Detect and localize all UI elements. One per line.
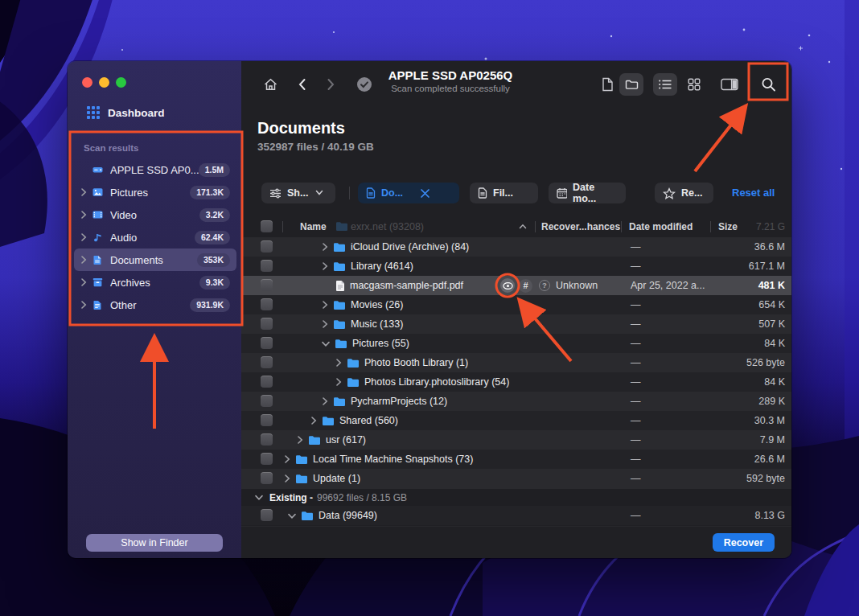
list-view-button[interactable] [653, 73, 677, 96]
table-row[interactable]: Library (4614) — 617.1 M [241, 257, 791, 276]
sidebar-item-label: APPLE SSD AP0... [110, 164, 199, 176]
column-header-date-modified[interactable]: Date modified [629, 221, 693, 232]
chevron-down-icon[interactable] [288, 512, 296, 519]
row-checkbox[interactable] [261, 414, 273, 426]
chevron-right-icon[interactable] [284, 455, 290, 463]
row-checkbox[interactable] [261, 472, 273, 484]
chevron-right-icon[interactable] [310, 417, 317, 425]
table-row[interactable]: iCloud Drive (Archive) (84) — 36.6 M [241, 237, 791, 257]
row-date: — [631, 392, 641, 411]
row-checkbox[interactable] [261, 433, 273, 446]
scan-results-label: Scan results [84, 143, 138, 153]
sidebar-item-other[interactable]: Other 931.9K [74, 294, 236, 316]
row-checkbox[interactable] [261, 395, 273, 407]
zoom-window-button[interactable] [116, 77, 126, 88]
chevron-down-icon[interactable] [255, 494, 263, 501]
forward-button[interactable] [327, 78, 335, 91]
filter-chip-recovery[interactable]: Re... [655, 183, 713, 203]
chevron-right-icon[interactable] [80, 301, 87, 309]
chevron-right-icon[interactable] [322, 301, 328, 309]
table-row[interactable]: Music (133) — 507 K [241, 314, 791, 334]
chevron-right-icon[interactable] [80, 188, 87, 196]
folder-icon [335, 339, 347, 349]
sidebar-item-audio[interactable]: Audio 62.4K [74, 226, 236, 248]
row-checkbox[interactable] [261, 509, 273, 521]
grid-view-button[interactable] [688, 78, 701, 91]
chevron-right-icon[interactable] [335, 359, 342, 367]
chevron-right-icon[interactable] [80, 211, 87, 219]
file-table: iCloud Drive (Archive) (84) — 36.6 M Lib… [241, 237, 791, 525]
back-button[interactable] [298, 78, 306, 91]
sort-asc-icon[interactable] [519, 224, 527, 229]
sidebar-item-video[interactable]: Video 3.2K [74, 203, 236, 226]
table-row[interactable]: Local Time Machine Snapshots (73) — 26.6… [241, 450, 791, 469]
table-row[interactable]: Pictures (55) — 84 K [241, 334, 791, 353]
close-window-button[interactable] [82, 77, 92, 88]
row-checkbox[interactable] [261, 356, 273, 368]
row-size: 507 K [758, 314, 785, 334]
count-badge: 353K [197, 253, 230, 267]
table-row[interactable]: Shared (560) — 30.3 M [241, 411, 791, 430]
row-checkbox[interactable] [261, 260, 273, 272]
table-row[interactable]: Update (1) — 592 byte [241, 469, 791, 488]
table-row-selected[interactable]: macgasm-sample-pdf.pdf # ? Unknown Apr 2… [241, 276, 791, 295]
sidebar-item-device[interactable]: APPLE SSD AP0... 1.5M [74, 158, 236, 181]
column-header-size[interactable]: Size [718, 221, 738, 232]
sidebar-item-label: Video [110, 209, 199, 221]
table-row[interactable]: Photo Booth Library (1) — 526 byte [241, 353, 791, 372]
filter-chip-files[interactable]: Fil... [470, 183, 538, 203]
table-row[interactable]: PycharmProjects (12) — 289 K [241, 392, 791, 411]
sidebar-item-archives[interactable]: Archives 9.3K [74, 271, 236, 294]
preview-eye-icon[interactable] [500, 278, 515, 293]
chevron-down-icon[interactable] [322, 340, 330, 347]
chevron-right-icon[interactable] [284, 474, 290, 483]
row-checkbox[interactable] [261, 279, 273, 291]
row-checkbox[interactable] [261, 298, 273, 310]
filter-chip-date-modified[interactable]: Date mo... [549, 183, 626, 203]
reset-all-button[interactable]: Reset all [732, 187, 775, 199]
chevron-right-icon[interactable] [335, 378, 342, 386]
table-row[interactable]: Data (99649) — 8.13 G [241, 506, 791, 525]
chevron-right-icon[interactable] [322, 320, 328, 328]
minimize-window-button[interactable] [99, 77, 109, 88]
dashboard-label: Dashboard [108, 107, 165, 119]
folder-view-button[interactable] [619, 73, 643, 96]
recover-button[interactable]: Recover [713, 533, 775, 552]
chevron-right-icon[interactable] [80, 278, 87, 286]
table-row[interactable]: Photos Library.photoslibrary (54) — 84 K [241, 372, 791, 392]
row-checkbox[interactable] [261, 318, 273, 330]
documents-icon [92, 255, 103, 265]
new-file-icon[interactable] [602, 77, 614, 92]
preview-panel-button[interactable] [721, 78, 738, 91]
chevron-right-icon[interactable] [80, 233, 87, 241]
row-size: 36.6 M [754, 237, 785, 257]
filter-chip-show[interactable]: Sh... [261, 183, 335, 203]
select-all-checkbox[interactable] [261, 220, 273, 232]
section-row-existing[interactable]: Existing - 99692 files / 8.15 GB [241, 488, 791, 506]
row-name: macgasm-sample-pdf.pdf [350, 280, 463, 291]
sidebar-item-dashboard[interactable]: Dashboard [87, 106, 165, 119]
search-icon[interactable] [761, 77, 776, 92]
show-in-finder-button[interactable]: Show in Finder [86, 534, 223, 552]
chevron-right-icon[interactable] [80, 256, 87, 264]
row-checkbox[interactable] [261, 453, 273, 465]
row-size: 481 K [758, 276, 785, 295]
column-header-recovery-chances[interactable]: Recover...hances [541, 221, 620, 232]
chevron-right-icon[interactable] [297, 436, 303, 444]
close-icon[interactable] [420, 188, 430, 199]
chevron-right-icon[interactable] [322, 243, 328, 251]
home-button[interactable] [263, 77, 278, 92]
hash-icon[interactable]: # [519, 279, 532, 293]
chevron-right-icon[interactable] [322, 397, 328, 405]
filter-chip-documents[interactable]: Do... [358, 183, 459, 203]
row-checkbox[interactable] [261, 337, 273, 349]
sidebar-item-pictures[interactable]: Pictures 171.3K [74, 181, 236, 203]
column-header-name[interactable]: Name [300, 221, 327, 232]
row-checkbox[interactable] [261, 376, 273, 388]
filter-divider [349, 187, 350, 199]
chevron-right-icon[interactable] [322, 262, 328, 270]
table-row[interactable]: usr (617) — 7.9 M [241, 430, 791, 450]
table-row[interactable]: Movies (26) — 654 K [241, 295, 791, 314]
sidebar-item-documents[interactable]: Documents 353K [74, 248, 236, 271]
row-checkbox[interactable] [261, 240, 273, 253]
